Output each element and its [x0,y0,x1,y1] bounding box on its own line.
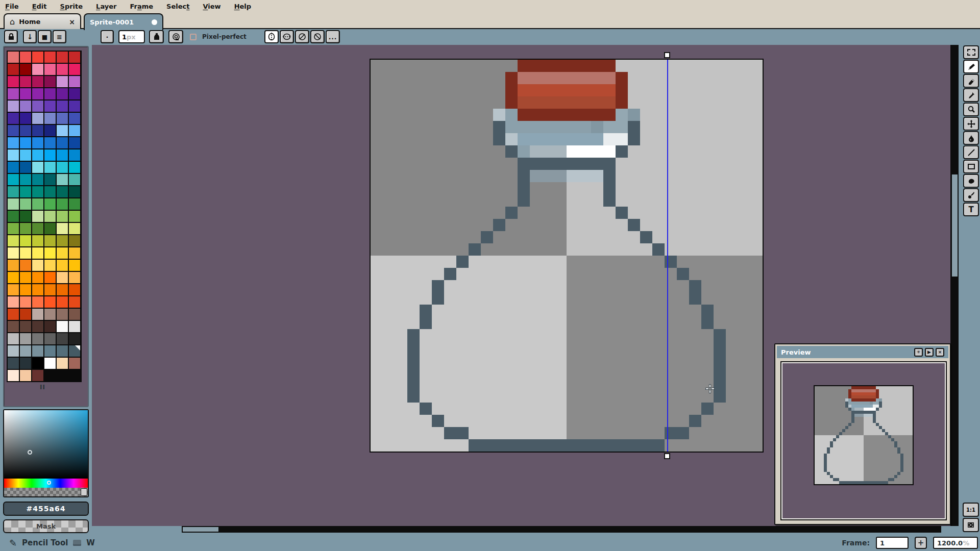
dynamics-button[interactable] [168,30,183,43]
palette-swatch[interactable] [20,260,31,271]
symmetry-diagonal-button[interactable] [295,30,309,43]
palette-swatch[interactable] [44,174,56,185]
pixel-ratio-button[interactable]: 1:1 [963,503,979,517]
palette-swatch[interactable] [20,186,31,197]
rectangle-tool[interactable] [963,160,979,173]
eyedropper-tool[interactable] [963,88,979,102]
palette-swatch[interactable] [20,137,31,148]
palette-swatch[interactable] [44,198,56,210]
preview-title-bar[interactable]: Preview ✳▶× [777,346,948,358]
palette-swatch[interactable] [20,370,31,381]
palette-swatch[interactable] [44,358,56,369]
palette-swatch[interactable] [20,247,31,259]
menu-item-view[interactable]: View [203,3,220,10]
hue-slider[interactable] [4,479,88,488]
palette-swatch[interactable] [32,113,43,124]
palette-swatch[interactable] [69,223,80,234]
contour-tool[interactable] [963,174,979,188]
menu-item-select[interactable]: Select [166,3,189,10]
hue-marker[interactable] [47,481,51,485]
pixel-perfect-checkbox[interactable] [190,34,197,40]
horizontal-scrollbar[interactable] [182,526,941,533]
mask-button[interactable]: Mask [3,519,89,533]
palette-lock-button[interactable] [4,30,18,43]
palette-swatch[interactable] [32,284,43,295]
palette-swatch[interactable] [8,186,19,197]
tab-home[interactable]: ⌂ Home × [4,13,81,29]
palette-swatch[interactable] [20,76,31,87]
palette-swatch[interactable] [32,345,43,357]
palette-swatch[interactable] [8,64,19,75]
palette-swatch[interactable] [69,101,80,112]
ink-type-button[interactable] [149,30,164,43]
palette-swatch[interactable] [32,162,43,173]
frame-number-input[interactable]: 1 [876,537,909,549]
text-tool[interactable]: T [963,203,979,216]
palette-swatch[interactable] [57,186,68,197]
move-tool[interactable] [963,117,979,131]
paint-bucket-tool[interactable] [963,131,979,145]
palette-swatch[interactable] [57,345,68,357]
palette-swatch[interactable] [69,76,80,87]
menu-item-frame[interactable]: Frame [130,3,153,10]
jumble-tool[interactable] [963,188,979,202]
palette-swatch[interactable] [20,235,31,246]
palette-swatch[interactable] [69,137,80,148]
palette-swatch[interactable] [69,186,80,197]
palette-swatch[interactable] [20,198,31,210]
palette-swatch[interactable] [69,174,80,185]
palette-swatch[interactable] [8,113,19,124]
palette-swatch[interactable] [44,235,56,246]
tab-sprite-0001[interactable]: Sprite-0001 [84,13,163,30]
menu-item-layer[interactable]: Layer [96,3,116,10]
palette-swatch[interactable] [8,358,19,369]
palette-swatch[interactable] [32,198,43,210]
alpha-slider[interactable] [4,488,88,496]
palette-swatch[interactable] [69,296,80,308]
palette-swatch[interactable] [44,296,56,308]
palette-swatch[interactable] [8,235,19,246]
brush-preview-button[interactable]: · [101,30,114,43]
vertical-scrollbar[interactable] [950,45,959,526]
tab-home-close-icon[interactable]: × [69,18,75,26]
palette-swatch[interactable] [8,272,19,283]
palette-swatch[interactable] [8,101,19,112]
palette-swatch[interactable] [44,149,56,161]
palette-swatch[interactable] [32,211,43,222]
palette-swatch[interactable] [20,272,31,283]
symmetry-handle-bottom[interactable] [664,453,670,459]
palette-swatch[interactable] [44,113,56,124]
palette-options-button[interactable]: ≡ [53,30,66,43]
palette-swatch[interactable] [20,113,31,124]
symmetry-vertical-button[interactable] [264,30,279,43]
palette-swatch[interactable] [57,125,68,136]
palette-swatch[interactable] [20,358,31,369]
palette-swatch[interactable] [32,358,43,369]
preview-close-button[interactable]: × [936,348,944,357]
palette-swatch[interactable] [44,186,56,197]
palette-swatch[interactable] [32,272,43,283]
symmetry-antidiagonal-button[interactable] [310,30,325,43]
menu-item-edit[interactable]: Edit [32,3,47,10]
palette-swatch[interactable] [20,174,31,185]
palette-swatch[interactable] [57,358,68,369]
palette-swatch[interactable] [57,174,68,185]
palette-swatch[interactable] [20,223,31,234]
palette-swatch[interactable] [44,345,56,357]
palette-swatch[interactable] [8,76,19,87]
palette-swatch[interactable] [69,52,80,63]
palette-swatch[interactable] [57,113,68,124]
sv-marker[interactable] [28,450,32,455]
palette-swatch[interactable] [57,235,68,246]
palette-swatch[interactable] [44,223,56,234]
palette-swatch[interactable] [8,284,19,295]
palette-swatch[interactable] [32,235,43,246]
palette-swatch[interactable] [69,309,80,320]
menu-item-help[interactable]: Help [234,3,251,10]
palette-swatch[interactable] [69,333,80,344]
line-tool[interactable] [963,145,979,159]
palette-swatch[interactable] [8,247,19,259]
palette-swatch[interactable] [8,211,19,222]
palette-presets-button[interactable]: ■ [38,30,52,43]
palette-swatch[interactable] [44,321,56,332]
